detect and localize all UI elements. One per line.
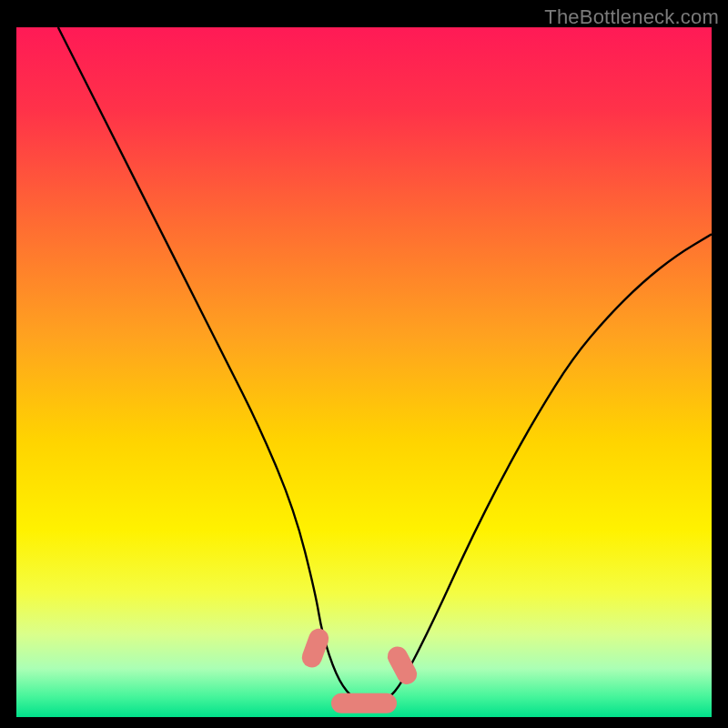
valley-marker (331, 693, 397, 713)
bottleneck-chart (16, 27, 712, 717)
svg-rect-1 (331, 693, 397, 713)
watermark-text: TheBottleneck.com (544, 5, 719, 29)
gradient-background (16, 27, 712, 717)
chart-frame: TheBottleneck.com (0, 0, 728, 728)
